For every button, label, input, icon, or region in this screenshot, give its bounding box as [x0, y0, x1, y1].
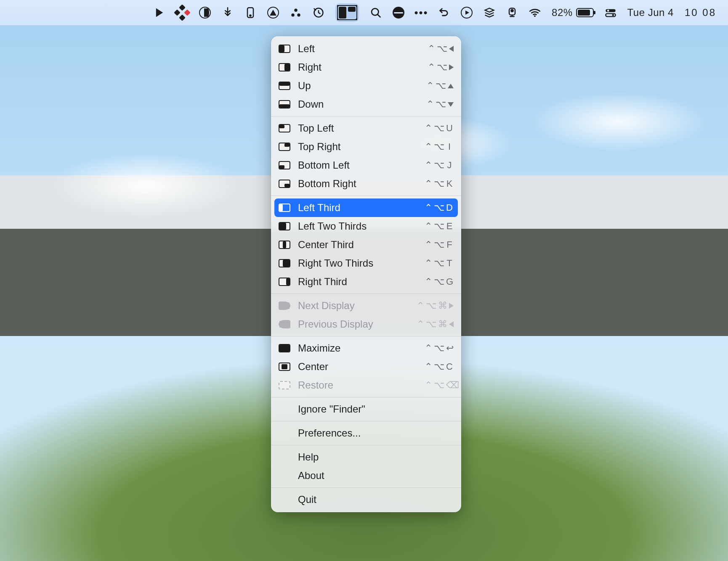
menu-shortcut: ⌃⌥I — [425, 141, 454, 152]
menu-item-center[interactable]: Center⌃⌥C — [271, 357, 461, 376]
battery-icon — [576, 8, 594, 17]
wifi-icon[interactable] — [529, 7, 541, 19]
menubar-date[interactable]: Tue Jun 4 — [627, 7, 674, 19]
menu-shortcut: ⌃⌥⌘ — [417, 300, 454, 311]
menu-item-label: Down — [298, 98, 419, 110]
menu-item-ignore-finder[interactable]: Ignore "Finder" — [271, 400, 461, 418]
svg-rect-7 — [339, 7, 346, 19]
svg-point-3 — [297, 13, 300, 16]
menu-item-label: Left Third — [298, 202, 417, 214]
menubar-app-icon-8[interactable] — [313, 7, 324, 19]
menu-item-next-display: Next Display⌃⌥⌘ — [271, 296, 461, 315]
menubar-more-icon[interactable]: ••• — [415, 7, 427, 19]
battery-percent-text: 82% — [552, 7, 573, 19]
window-glyph-topleft-icon — [279, 124, 290, 132]
menu-item-label: Restore — [298, 379, 417, 391]
menu-shortcut: ⌃⌥ — [428, 62, 454, 73]
window-glyph-leftthird-icon — [279, 204, 290, 212]
menu-item-label: Right Third — [298, 276, 417, 288]
menu-item-bottom-right[interactable]: Bottom Right⌃⌥K — [271, 175, 461, 193]
menu-item-right-two-thirds[interactable]: Right Two Thirds⌃⌥T — [271, 254, 461, 273]
menu-item-bottom-left[interactable]: Bottom Left⌃⌥J — [271, 156, 461, 175]
svg-point-4 — [294, 8, 297, 11]
menubar-app-icon-3[interactable] — [199, 7, 211, 19]
menu-item-left-third[interactable]: Left Third⌃⌥D — [274, 198, 458, 217]
menu-shortcut: ⌃⌥U — [425, 123, 454, 134]
window-glyph-bottomleft-icon — [279, 161, 290, 169]
menu-item-label: Preferences... — [298, 427, 454, 439]
menu-separator — [271, 397, 461, 397]
window-glyph-left-icon — [279, 45, 290, 53]
menu-shortcut: ⌃⌥↩ — [425, 343, 454, 354]
menu-shortcut: ⌃⌥E — [425, 221, 454, 232]
menu-item-label: Top Left — [298, 122, 417, 134]
menu-shortcut: ⌃⌥G — [425, 276, 454, 287]
menu-item-down[interactable]: Down⌃⌥ — [271, 95, 461, 114]
menu-item-label: Ignore "Finder" — [298, 403, 454, 415]
menu-item-label: Help — [298, 451, 454, 463]
menu-item-right-third[interactable]: Right Third⌃⌥G — [271, 273, 461, 291]
menu-item-restore: Restore⌃⌥⌫ — [271, 376, 461, 394]
svg-rect-8 — [348, 7, 356, 12]
menu-item-label: Right — [298, 61, 420, 73]
menu-item-label: Center Third — [298, 239, 417, 251]
menu-shortcut: ⌃⌥F — [425, 239, 454, 250]
window-glyph-lefttwothirds-icon — [279, 222, 290, 230]
menubar-app-icon-1[interactable] — [154, 7, 165, 19]
menu-shortcut: ⌃⌥⌘ — [417, 319, 454, 330]
menu-item-right[interactable]: Right⌃⌥ — [271, 58, 461, 77]
menu-separator — [271, 294, 461, 294]
control-center-icon[interactable] — [605, 7, 616, 19]
menu-item-help[interactable]: Help — [271, 448, 461, 466]
window-glyph-up-icon — [279, 82, 290, 90]
menu-item-label: Right Two Thirds — [298, 257, 417, 269]
menu-shortcut: ⌃⌥K — [425, 178, 454, 189]
menu-item-center-third[interactable]: Center Third⌃⌥F — [271, 236, 461, 254]
menu-item-label: Previous Display — [298, 318, 409, 330]
menubar-time[interactable]: 10 08 — [685, 7, 716, 19]
window-glyph-center-icon — [279, 363, 290, 371]
menu-item-left-two-thirds[interactable]: Left Two Thirds⌃⌥E — [271, 217, 461, 236]
menu-item-label: Top Right — [298, 141, 417, 153]
menu-item-about[interactable]: About — [271, 466, 461, 485]
svg-point-1 — [250, 15, 251, 16]
svg-point-11 — [511, 10, 513, 12]
menu-separator — [271, 421, 461, 421]
menu-shortcut: ⌃⌥ — [426, 99, 454, 110]
menu-item-label: Bottom Right — [298, 178, 417, 190]
menu-separator — [271, 487, 461, 488]
menu-item-label: About — [298, 470, 454, 482]
window-glyph-centerthird-icon — [279, 241, 290, 249]
menu-separator — [271, 445, 461, 445]
menu-item-up[interactable]: Up⌃⌥ — [271, 77, 461, 95]
menu-item-label: Left Two Thirds — [298, 220, 417, 232]
svg-point-12 — [534, 15, 536, 17]
menubar-app-icon-2[interactable] — [176, 7, 188, 19]
menu-item-top-right[interactable]: Top Right⌃⌥I — [271, 138, 461, 156]
window-glyph-prevdisp-icon — [279, 320, 290, 328]
menu-item-preferences[interactable]: Preferences... — [271, 424, 461, 442]
menu-separator — [271, 336, 461, 336]
window-glyph-none-icon — [279, 381, 290, 389]
spotlight-search-icon[interactable] — [370, 7, 382, 19]
window-glyph-down-icon — [279, 100, 290, 108]
menubar-app-icon-13[interactable] — [484, 7, 495, 19]
menu-item-left[interactable]: Left⌃⌥ — [271, 40, 461, 58]
window-glyph-bottomright-icon — [279, 180, 290, 188]
menu-shortcut: ⌃⌥J — [425, 160, 454, 171]
menu-item-maximize[interactable]: Maximize⌃⌥↩ — [271, 339, 461, 357]
menubar-app-icon-4[interactable] — [222, 7, 234, 19]
menubar-app-icon-12[interactable] — [461, 7, 473, 19]
menubar-app-icon-14[interactable] — [506, 7, 518, 19]
rectangle-menubar-icon[interactable] — [335, 3, 359, 22]
menubar-app-icon-5[interactable] — [244, 7, 256, 19]
window-glyph-righttwothirds-icon — [279, 259, 290, 267]
menu-separator — [271, 116, 461, 116]
menubar-app-icon-11[interactable] — [438, 7, 450, 19]
menu-item-top-left[interactable]: Top Left⌃⌥U — [271, 119, 461, 138]
menubar-app-icon-7[interactable] — [290, 7, 302, 19]
menubar-app-icon-6[interactable] — [267, 7, 279, 19]
menu-item-quit[interactable]: Quit — [271, 490, 461, 509]
menubar-app-icon-10[interactable] — [393, 7, 404, 19]
battery-status[interactable]: 82% — [552, 7, 594, 19]
